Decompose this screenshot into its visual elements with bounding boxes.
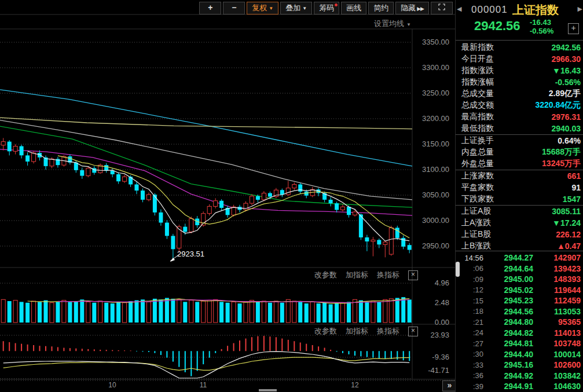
stat-row: 内盘总量15688万手	[456, 146, 583, 158]
stat-value: 2940.03	[551, 124, 581, 133]
stat-row: 上证换手0.64%	[456, 134, 583, 146]
tick-time: 14:56	[456, 254, 483, 262]
macd-pane-close-button[interactable]: ×	[408, 327, 418, 336]
notification-dot-icon	[335, 3, 338, 6]
last-price: 2942.56	[474, 19, 520, 34]
stock-app-window: 3350.003300.003250.003200.003150.003100.…	[0, 0, 583, 392]
tick-row: :062944.64139423	[456, 263, 583, 274]
svg-text:3000.00: 3000.00	[422, 216, 449, 225]
stat-row: 平盘家数91	[456, 182, 583, 193]
stat-value: 2.89亿手	[549, 89, 581, 99]
macd-edit-params-link[interactable]: 改参数	[314, 326, 337, 336]
tick-row: :392944.91104630	[456, 381, 583, 392]
panel-scrollbar[interactable]	[456, 262, 460, 277]
stat-label: 内盘总量	[461, 147, 494, 157]
hide-label: 隐藏	[401, 3, 416, 12]
tick-trade-list[interactable]: 14:562944.27142907:062944.64139423:09294…	[456, 252, 583, 392]
tick-price: 2944.81	[483, 339, 533, 348]
stat-row: 上B涨跌▲0.47	[456, 240, 583, 252]
tick-row: :302944.40100014	[456, 349, 583, 360]
quote-panel: ◀ 000001 上证指数 ▶ 2942.56 -16.43 -0.56% + …	[455, 0, 583, 392]
stat-row: 外盘总量13245万手	[456, 158, 583, 170]
svg-text:3200.00: 3200.00	[422, 114, 449, 123]
stat-label: 总成交量	[461, 89, 494, 99]
tick-price: 2944.27	[483, 253, 533, 262]
stat-label: 外盘总量	[461, 159, 494, 169]
hide-button[interactable]: 隐藏▶▶	[395, 2, 429, 14]
stat-row: 总成交额3220.84亿元	[456, 100, 583, 111]
stat-label: 上涨家数	[461, 171, 494, 181]
tick-row: :092945.00148393	[456, 274, 583, 285]
macd-add-indicator-link[interactable]: 加指标	[346, 326, 368, 336]
svg-text:-41.71: -41.71	[428, 366, 449, 375]
stat-label: 上证B股	[461, 229, 491, 240]
simple-mode-button[interactable]: 简约	[368, 2, 394, 14]
chip-distribution-button[interactable]: 筹码	[314, 2, 339, 14]
price-change: -16.43 -0.56%	[530, 18, 553, 35]
svg-text:0.00: 0.00	[435, 318, 449, 327]
tick-volume: 95365	[533, 317, 581, 327]
volume-swap-indicator-link[interactable]: 换指标	[377, 270, 399, 280]
fullscreen-button[interactable]	[431, 2, 453, 14]
ma-settings-dropdown[interactable]: 设置均线▼	[374, 19, 424, 29]
tick-time: :15	[456, 296, 483, 305]
overlay-button[interactable]: 叠加▼	[280, 2, 312, 14]
zoom-out-button[interactable]: −	[223, 2, 245, 14]
tick-row: :122945.02119644	[456, 285, 583, 296]
stat-label: 下跌家数	[461, 194, 494, 204]
tick-price: 2944.64	[483, 264, 533, 273]
stat-row: 最高指数2976.31	[456, 111, 583, 123]
double-arrow-right-icon: ▶▶	[417, 6, 424, 12]
stat-value: 3085.11	[552, 207, 581, 216]
prev-stock-arrow[interactable]: ◀	[457, 5, 461, 13]
stat-label: 指数涨幅	[461, 77, 494, 87]
svg-text:3100.00: 3100.00	[422, 165, 449, 174]
fuquan-adjust-button[interactable]: 复权▼	[247, 2, 278, 14]
stat-value: ▼17.24	[552, 218, 581, 228]
tick-time: :21	[456, 318, 483, 327]
chart-toolbar: + − 复权▼ 叠加▼ 筹码 画线 简约 隐藏▶▶	[0, 1, 453, 14]
stat-label: 上B涨跌	[461, 241, 491, 251]
volume-edit-params-link[interactable]: 改参数	[314, 270, 337, 280]
volume-pane-header: 改参数 加指标 换指标 ×	[314, 270, 418, 280]
chevron-down-icon: ▼	[302, 6, 307, 11]
svg-text:3300.00: 3300.00	[422, 63, 449, 72]
next-stock-arrow[interactable]: ▶	[578, 5, 582, 13]
tick-price: 2945.00	[483, 274, 533, 284]
svg-text:3350.00: 3350.00	[422, 38, 449, 46]
tick-time: :18	[456, 307, 483, 316]
tick-volume: 112459	[533, 296, 581, 305]
overlay-label: 叠加	[285, 3, 300, 12]
divider	[456, 251, 583, 251]
tick-price: 2944.40	[483, 350, 533, 359]
stat-value: 1547	[563, 195, 581, 204]
stat-row: 指数涨跌▼16.43	[456, 65, 583, 76]
stat-row: 最低指数2940.03	[456, 123, 583, 134]
volume-add-indicator-link[interactable]: 加指标	[346, 270, 368, 280]
add-to-watchlist-button[interactable]: +	[568, 23, 579, 34]
stat-value: 2976.31	[551, 112, 581, 122]
stock-name: 上证指数	[512, 2, 559, 18]
tick-row: 14:562944.27142907	[456, 252, 583, 263]
horizontal-scrollbar[interactable]	[259, 389, 277, 391]
tick-time: :09	[456, 275, 483, 284]
tick-row: :362944.92103842	[456, 371, 583, 382]
divider	[456, 40, 583, 41]
tick-time: :27	[456, 339, 483, 348]
volume-pane-close-button[interactable]: ×	[408, 270, 418, 280]
ma-settings-label: 设置均线	[374, 19, 404, 28]
tick-time: :36	[456, 371, 483, 380]
ma-long-paleyellow	[0, 118, 412, 129]
chevron-down-icon: ▼	[269, 6, 273, 11]
stat-label: 今日开盘	[461, 54, 494, 64]
svg-text:3250.00: 3250.00	[422, 89, 449, 97]
tick-row: :182944.56113053	[456, 306, 583, 317]
svg-text:-9.36: -9.36	[432, 353, 449, 361]
tick-volume: 139423	[533, 264, 581, 273]
zoom-in-button[interactable]: +	[199, 2, 221, 14]
tick-time: :24	[456, 328, 483, 337]
tick-time: :39	[456, 382, 483, 391]
macd-swap-indicator-link[interactable]: 换指标	[377, 326, 399, 336]
draw-line-button[interactable]: 画线	[341, 2, 366, 14]
svg-text:11: 11	[200, 381, 207, 389]
